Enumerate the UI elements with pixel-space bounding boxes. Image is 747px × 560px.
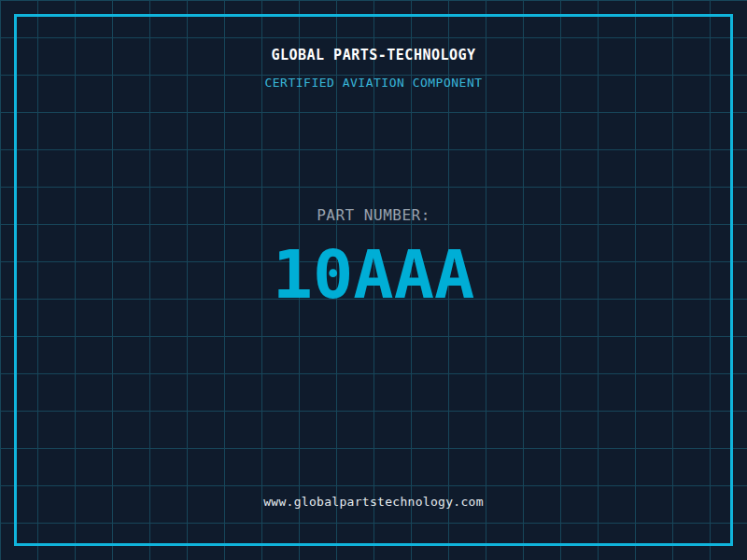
part-number-value: 10AAA <box>0 241 747 308</box>
part-number-label: PART NUMBER: <box>0 206 747 224</box>
website-url: www.globalpartstechnology.com <box>0 495 747 509</box>
certification-subtitle: CERTIFIED AVIATION COMPONENT <box>0 76 747 90</box>
certificate-screen: GLOBAL PARTS-TECHNOLOGY CERTIFIED AVIATI… <box>0 0 747 560</box>
company-title: GLOBAL PARTS-TECHNOLOGY <box>0 47 747 63</box>
